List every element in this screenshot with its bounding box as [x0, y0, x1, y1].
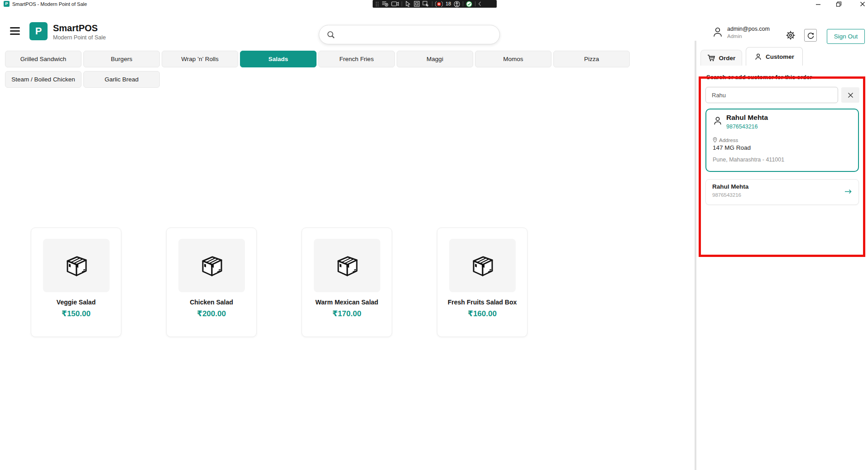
category-tab-garlic-bread[interactable]: Garlic Bread: [83, 71, 160, 88]
address-street: 147 MG Road: [713, 144, 751, 151]
hamburger-menu-icon[interactable]: [10, 27, 20, 35]
cursor-region-icon[interactable]: [422, 1, 429, 7]
toolbar-divider: [432, 1, 432, 6]
product-image-placeholder: [43, 239, 110, 292]
sync-button[interactable]: [804, 29, 817, 42]
product-price: ₹200.00: [167, 309, 256, 318]
check-icon[interactable]: [466, 1, 472, 7]
clear-search-button[interactable]: [841, 87, 859, 103]
accessibility-icon[interactable]: [454, 1, 460, 7]
drag-handle-icon[interactable]: [375, 1, 379, 7]
toolbar-divider: [402, 1, 402, 6]
result-customer-phone: 9876543216: [712, 192, 741, 198]
error-badge-icon[interactable]: [435, 1, 443, 7]
brand-logo: P: [29, 22, 48, 40]
product-price: ₹150.00: [31, 309, 121, 318]
region-select-icon[interactable]: [414, 1, 420, 7]
tab-customer[interactable]: Customer: [746, 47, 803, 66]
category-tab-salads[interactable]: Salads: [240, 51, 317, 67]
customer-icon: [754, 53, 762, 61]
user-role: Admin: [727, 33, 742, 39]
package-icon: [62, 251, 91, 280]
smartpos-window: P SmartPOS - Modern Point of Sale: [0, 0, 868, 470]
category-tab-steam-boiled-chicken[interactable]: Steam / Boiled Chicken: [5, 71, 82, 88]
product-name: Fresh Fruits Salad Box: [437, 299, 527, 306]
product-price: ₹170.00: [302, 309, 392, 318]
user-email: admin@pos.com: [727, 26, 770, 32]
restore-button[interactable]: [833, 0, 844, 8]
minimize-button[interactable]: [812, 0, 824, 8]
category-tab-burgers[interactable]: Burgers: [83, 51, 160, 67]
arrow-right-icon: [844, 189, 852, 195]
selected-customer-card[interactable]: Rahul Mehta 9876543216 Address 147 MG Ro…: [705, 109, 859, 172]
search-icon: [326, 30, 336, 39]
cursor-icon[interactable]: [405, 1, 411, 7]
customer-result-item[interactable]: Rahul Mehta 9876543216: [705, 179, 859, 205]
package-icon: [468, 251, 497, 280]
global-search-input[interactable]: [340, 28, 499, 42]
product-card[interactable]: Fresh Fruits Salad Box ₹160.00: [437, 228, 528, 337]
category-tab-wrap-n-rolls[interactable]: Wrap ’n’ Rolls: [162, 51, 238, 67]
product-card[interactable]: Chicken Salad ₹200.00: [166, 228, 257, 337]
window-title: SmartPOS - Modern Point of Sale: [12, 0, 87, 8]
camera-icon[interactable]: [391, 1, 399, 6]
brand-tagline: Modern Point of Sale: [53, 34, 106, 41]
category-tab-french-fries[interactable]: French Fries: [318, 51, 395, 67]
cart-icon: [707, 54, 715, 62]
address-row: Address: [713, 137, 738, 143]
customer-search-input[interactable]: [705, 87, 838, 103]
product-image-placeholder: [449, 239, 516, 292]
category-tab-momos[interactable]: Momos: [475, 51, 551, 67]
tab-order-label: Order: [719, 55, 736, 62]
close-icon: [847, 92, 854, 99]
category-row-2: Steam / Boiled Chicken Garlic Bread: [5, 71, 160, 88]
address-label: Address: [719, 138, 738, 143]
customer-phone: 9876543216: [726, 123, 758, 130]
tab-order[interactable]: Order: [700, 50, 742, 66]
global-search[interactable]: [319, 25, 500, 44]
product-name: Chicken Salad: [167, 299, 256, 306]
product-card[interactable]: Warm Mexican Salad ₹170.00: [302, 228, 392, 337]
product-image-placeholder: [178, 239, 245, 292]
address-city: Pune, Maharashtra - 411001: [713, 157, 784, 163]
package-icon: [333, 251, 362, 280]
toolbar-divider: [475, 1, 475, 6]
gear-icon: [785, 30, 796, 41]
title-bar: P SmartPOS - Modern Point of Sale: [0, 0, 868, 8]
error-count: 18: [446, 0, 451, 8]
user-avatar-icon: [712, 26, 724, 38]
tab-customer-label: Customer: [766, 53, 794, 60]
app-header: P SmartPOS Modern Point of Sale admin@po…: [0, 8, 868, 43]
product-image-placeholder: [314, 239, 380, 292]
product-name: Veggie Salad: [31, 299, 121, 306]
location-pin-icon: [713, 137, 717, 143]
product-price: ₹160.00: [437, 309, 527, 318]
chevron-left-icon[interactable]: [478, 1, 481, 6]
product-card[interactable]: Veggie Salad ₹150.00: [31, 228, 121, 337]
close-button[interactable]: [857, 0, 868, 8]
customer-name: Rahul Mehta: [726, 114, 768, 122]
panel-divider: [695, 41, 696, 470]
category-row-1: Grilled Sandwich Burgers Wrap ’n’ Rolls …: [5, 51, 630, 67]
record-steps-icon[interactable]: [382, 1, 388, 7]
sign-out-button[interactable]: Sign Out: [827, 29, 865, 44]
category-tab-maggi[interactable]: Maggi: [397, 51, 473, 67]
toolbar-divider: [463, 1, 463, 6]
customer-avatar-icon: [713, 115, 723, 126]
category-tab-pizza[interactable]: Pizza: [553, 51, 630, 67]
customer-search-label: Search or add customer for this order: [706, 74, 812, 81]
result-customer-name: Rahul Mehta: [712, 183, 748, 190]
brand-name: SmartPOS: [53, 23, 98, 33]
category-tab-grilled-sandwich[interactable]: Grilled Sandwich: [5, 51, 82, 67]
app-icon: P: [4, 1, 10, 7]
package-icon: [197, 251, 226, 280]
sync-icon: [807, 32, 815, 39]
product-name: Warm Mexican Salad: [302, 299, 392, 306]
settings-button[interactable]: [784, 29, 797, 42]
screen-capture-toolbar[interactable]: 18: [373, 0, 497, 8]
